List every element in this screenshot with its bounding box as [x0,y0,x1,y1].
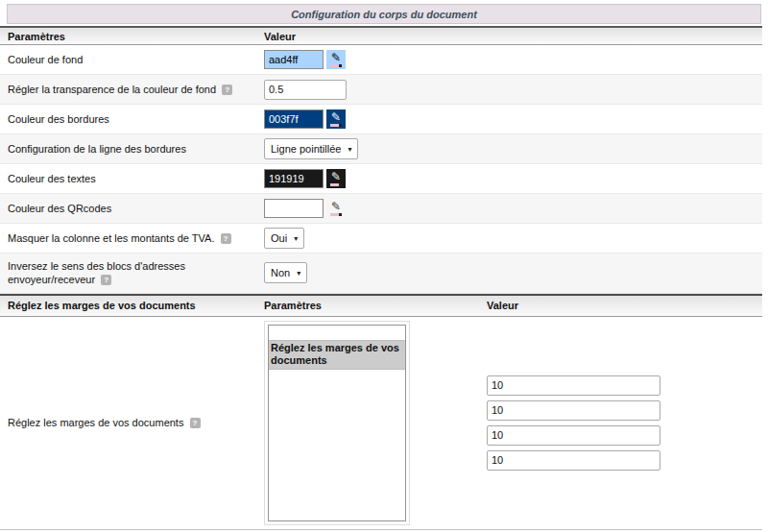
margins-table-header: Réglez les marges de vos documents Param… [0,294,762,317]
table-header: Paramètres Valeur [0,26,762,45]
header-parametres: Paramètres [264,300,487,311]
select-value: Ligne pointillée [271,143,341,155]
chevron-down-icon: ▾ [348,145,351,154]
pencil-icon: ✎ [331,202,341,212]
table-row-text-color: Couleur des textes ✎ [0,164,762,194]
margin-bottom-input[interactable] [487,425,660,446]
color-picker-button[interactable]: ✎ [326,109,346,129]
qrcode-color-input[interactable] [264,199,324,218]
row-label: Couleur des QRcodes [8,203,111,214]
margins-listbox-frame: Réglez les marges de vos documents [264,321,410,525]
table-row-invert-address-blocks: Inversez le sens des blocs d'adresses en… [0,254,762,294]
row-label: Inversez le sens des blocs d'adresses en… [8,260,185,285]
page-title: Configuration du corps du document [291,9,477,20]
header-valeur: Valeur [264,31,762,42]
help-icon[interactable]: ? [190,418,201,428]
table-row-background-color: Couleur de fond ✎ [0,45,762,75]
header-valeur: Valeur [487,300,762,311]
row-label: Configuration de la ligne des bordures [8,143,186,155]
pencil-underline [330,213,342,216]
listbox-option-selected[interactable]: Réglez les marges de vos documents [269,340,405,371]
pencil-icon: ✎ [331,172,341,182]
help-icon[interactable]: ? [222,85,232,95]
border-line-select[interactable]: Ligne pointillée ▾ [264,138,358,159]
hide-vat-select[interactable]: Oui ▾ [264,228,304,249]
invert-address-select[interactable]: Non ▾ [264,262,307,283]
table-row-qrcode-color: Couleur des QRcodes ✎ [0,194,762,224]
select-value: Oui [271,232,287,244]
row-label: Régler la transparence de la couleur de … [8,84,216,95]
table-row-border-line-style: Configuration de la ligne des bordures L… [0,134,762,164]
row-label: Couleur des textes [8,173,96,184]
parameters-table: Paramètres Valeur Couleur de fond ✎ Régl… [0,26,762,294]
table-row-transparency: Régler la transparence de la couleur de … [0,75,762,105]
color-picker-button[interactable]: ✎ [326,169,346,188]
margins-row: Réglez les marges de vos documents ? Rég… [0,317,762,530]
pencil-icon: ✎ [331,53,341,63]
pencil-underline [330,64,342,67]
margin-left-input[interactable] [487,450,660,471]
color-picker-button[interactable]: ✎ [326,50,346,69]
margins-listbox[interactable]: Réglez les marges de vos documents [268,325,406,521]
text-color-input[interactable] [264,169,324,188]
pencil-underline [330,183,342,186]
help-icon[interactable]: ? [221,233,231,244]
header-parametres: Paramètres [0,31,264,42]
row-label: Couleur des bordures [8,113,109,125]
help-icon[interactable]: ? [101,275,111,285]
listbox-option-blank[interactable] [269,326,405,340]
row-label: Couleur de fond [8,54,83,65]
select-value: Non [271,267,290,278]
background-color-input[interactable] [264,50,324,69]
table-row-hide-vat: Masquer la colonne et les montants de TV… [0,224,762,254]
row-label: Masquer la colonne et les montants de TV… [8,232,214,244]
table-row-border-color: Couleur des bordures ✎ [0,105,762,134]
border-color-input[interactable] [264,109,324,129]
pencil-underline [330,124,342,127]
margin-right-input[interactable] [487,400,660,421]
pencil-icon: ✎ [331,112,341,123]
margins-table: Réglez les marges de vos documents Param… [0,294,762,530]
row-label: Réglez les marges de vos documents [8,417,183,428]
color-picker-button[interactable]: ✎ [326,199,346,218]
margin-top-input[interactable] [487,375,660,396]
transparency-input[interactable] [264,80,347,100]
chevron-down-icon: ▾ [297,269,300,278]
header-margins-title: Réglez les marges de vos documents [0,300,264,311]
page-title-bar: Configuration du corps du document [7,4,761,24]
chevron-down-icon: ▾ [294,234,298,243]
